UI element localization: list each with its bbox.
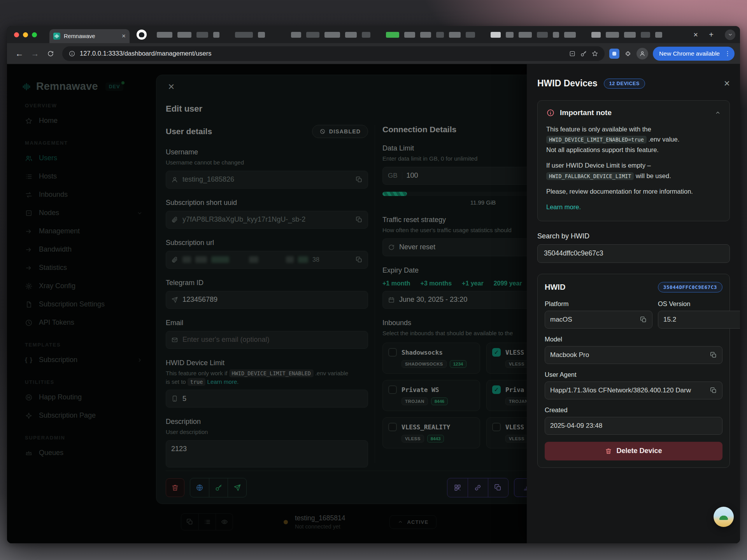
app-root: Remnawave DEV OVERVIEW Home MANAGEMENT U… [7, 64, 740, 543]
url-text: 127.0.0.1:3333/dashboard/management/user… [80, 50, 565, 57]
copy-icon[interactable] [710, 387, 717, 394]
password-key-icon[interactable] [580, 50, 587, 57]
remnawave-favicon [53, 33, 60, 40]
hwid-search-input[interactable] [544, 249, 723, 257]
close-window-button[interactable] [14, 32, 19, 37]
copy-icon[interactable] [640, 316, 647, 323]
browser-menu-icon[interactable]: ⋮ [724, 50, 731, 57]
extension-icon[interactable] [609, 49, 619, 59]
model-value [550, 351, 706, 359]
created-value [550, 422, 717, 430]
model-field [545, 346, 722, 364]
tab-strip: Remnawave × × + [7, 26, 740, 43]
platform-field [545, 311, 652, 329]
user-agent-field [545, 382, 722, 399]
site-info-icon[interactable] [68, 50, 75, 57]
important-note-title: Important note [560, 108, 612, 117]
tab-remnawave[interactable]: Remnawave × [49, 29, 130, 43]
address-bar[interactable]: 127.0.0.1:3333/dashboard/management/user… [62, 46, 605, 61]
hwid-value-badge: 35044DFFC0C9E67C3 [658, 282, 722, 292]
browser-window: Remnawave × × + ← → 127.0.0.1:3333/dashb… [7, 26, 740, 543]
note-paragraph: If user HWID Device Limit is empty – HWI… [546, 160, 721, 181]
fallback-code-chip: HWID_FALLBACK_DEVICE_LIMIT [546, 172, 634, 180]
extensions-puzzle-icon[interactable] [621, 47, 635, 61]
hwid-device-card: HWID 35044DFFC0C9E67C3 Platform OS Versi… [537, 274, 730, 468]
hwid-devices-drawer: HWID Devices 12 DEVICES × Important note… [527, 64, 740, 543]
env-code-chip: HWID_DEVICE_LIMIT_ENABLED=true [546, 136, 647, 144]
close-tabs-icon[interactable]: × [690, 30, 701, 39]
forward-button[interactable]: → [28, 47, 42, 61]
hwid-card-heading: HWID [545, 283, 565, 292]
user-agent-label: User Agent [545, 371, 722, 378]
os-version-value [663, 316, 740, 324]
collapse-chevron-icon[interactable] [715, 110, 721, 116]
new-tab-button[interactable]: + [705, 30, 717, 39]
back-button[interactable]: ← [12, 47, 26, 61]
chrome-update-button[interactable]: New Chrome available ⋮ [653, 47, 735, 61]
platform-value [550, 316, 636, 324]
maximize-window-button[interactable] [32, 32, 37, 37]
github-logo[interactable] [137, 30, 147, 40]
devices-count-badge: 12 DEVICES [604, 79, 645, 89]
reader-icon[interactable] [569, 50, 576, 57]
drawer-close-icon[interactable]: × [724, 77, 730, 89]
created-label: Created [545, 406, 722, 414]
blurred-tabs [157, 32, 686, 38]
copy-icon[interactable] [710, 352, 717, 359]
note-paragraph: This feature is only available with the … [546, 124, 721, 155]
trash-icon [605, 448, 612, 455]
important-note-panel: Important note This feature is only avai… [537, 100, 730, 221]
created-field [545, 417, 722, 435]
tab-title: Remnawave [64, 33, 118, 39]
chrome-update-label: New Chrome available [659, 50, 720, 57]
info-icon [546, 108, 555, 117]
profile-avatar[interactable] [637, 48, 648, 60]
os-version-field [658, 311, 740, 329]
important-note-header[interactable]: Important note [546, 108, 721, 117]
note-paragraph: Please, review documentation for more in… [546, 186, 721, 196]
platform-label: Platform [545, 300, 652, 308]
drawer-title: HWID Devices [537, 78, 598, 89]
browser-toolbar: ← → 127.0.0.1:3333/dashboard/management/… [7, 43, 740, 64]
tab-close-icon[interactable]: × [122, 32, 126, 40]
bookmark-star-icon[interactable] [591, 50, 598, 57]
learn-more-link[interactable]: Learn more. [546, 203, 581, 210]
hwid-search-field [537, 244, 730, 263]
user-agent-value [550, 387, 706, 394]
palm-island-button[interactable] [714, 507, 734, 527]
search-by-hwid-label: Search by HWID [537, 232, 730, 240]
delete-device-button[interactable]: Delete Device [545, 442, 722, 460]
model-label: Model [545, 336, 722, 343]
tab-search-chevron[interactable] [725, 30, 735, 40]
os-version-label: OS Version [658, 300, 740, 308]
minimize-window-button[interactable] [23, 32, 28, 37]
reload-button[interactable] [44, 47, 58, 61]
